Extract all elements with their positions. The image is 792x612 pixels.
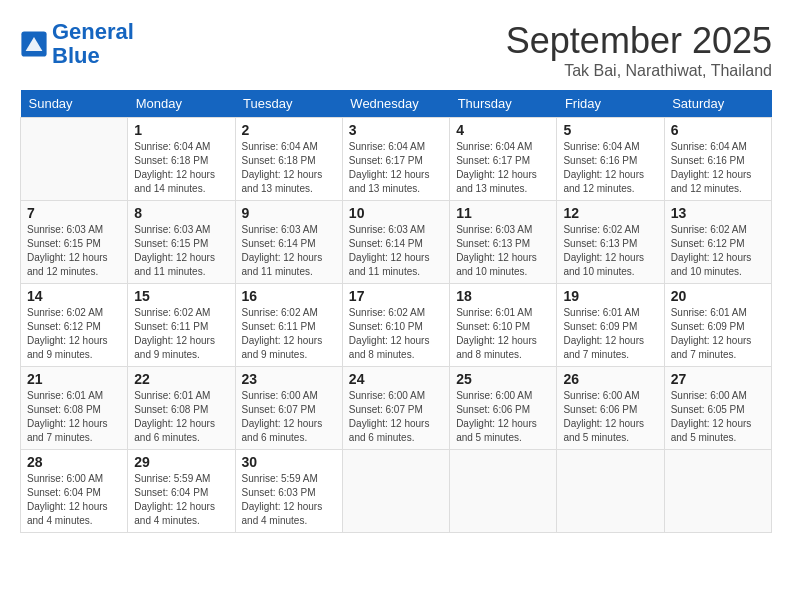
title-block: September 2025 Tak Bai, Narathiwat, Thai… bbox=[506, 20, 772, 80]
calendar-cell bbox=[450, 450, 557, 533]
header-day: Sunday bbox=[21, 90, 128, 118]
header-day: Thursday bbox=[450, 90, 557, 118]
day-number: 7 bbox=[27, 205, 121, 221]
calendar-cell: 7Sunrise: 6:03 AM Sunset: 6:15 PM Daylig… bbox=[21, 201, 128, 284]
cell-info: Sunrise: 6:01 AM Sunset: 6:08 PM Dayligh… bbox=[134, 389, 228, 445]
day-number: 20 bbox=[671, 288, 765, 304]
day-number: 21 bbox=[27, 371, 121, 387]
cell-info: Sunrise: 6:01 AM Sunset: 6:09 PM Dayligh… bbox=[671, 306, 765, 362]
calendar-week-row: 28Sunrise: 6:00 AM Sunset: 6:04 PM Dayli… bbox=[21, 450, 772, 533]
cell-info: Sunrise: 6:01 AM Sunset: 6:10 PM Dayligh… bbox=[456, 306, 550, 362]
cell-info: Sunrise: 6:03 AM Sunset: 6:14 PM Dayligh… bbox=[242, 223, 336, 279]
day-number: 10 bbox=[349, 205, 443, 221]
day-number: 14 bbox=[27, 288, 121, 304]
cell-info: Sunrise: 6:00 AM Sunset: 6:07 PM Dayligh… bbox=[349, 389, 443, 445]
month-title: September 2025 bbox=[506, 20, 772, 62]
calendar-cell: 14Sunrise: 6:02 AM Sunset: 6:12 PM Dayli… bbox=[21, 284, 128, 367]
day-number: 16 bbox=[242, 288, 336, 304]
calendar-cell: 5Sunrise: 6:04 AM Sunset: 6:16 PM Daylig… bbox=[557, 118, 664, 201]
day-number: 26 bbox=[563, 371, 657, 387]
calendar-cell: 10Sunrise: 6:03 AM Sunset: 6:14 PM Dayli… bbox=[342, 201, 449, 284]
calendar-cell: 2Sunrise: 6:04 AM Sunset: 6:18 PM Daylig… bbox=[235, 118, 342, 201]
cell-info: Sunrise: 6:04 AM Sunset: 6:18 PM Dayligh… bbox=[134, 140, 228, 196]
calendar-cell: 19Sunrise: 6:01 AM Sunset: 6:09 PM Dayli… bbox=[557, 284, 664, 367]
header-day: Monday bbox=[128, 90, 235, 118]
cell-info: Sunrise: 6:00 AM Sunset: 6:04 PM Dayligh… bbox=[27, 472, 121, 528]
calendar-cell: 26Sunrise: 6:00 AM Sunset: 6:06 PM Dayli… bbox=[557, 367, 664, 450]
cell-info: Sunrise: 6:02 AM Sunset: 6:11 PM Dayligh… bbox=[134, 306, 228, 362]
header-day: Wednesday bbox=[342, 90, 449, 118]
calendar-cell bbox=[342, 450, 449, 533]
logo-line2: Blue bbox=[52, 43, 100, 68]
calendar-cell: 25Sunrise: 6:00 AM Sunset: 6:06 PM Dayli… bbox=[450, 367, 557, 450]
page-header: General Blue September 2025 Tak Bai, Nar… bbox=[20, 20, 772, 80]
calendar-week-row: 21Sunrise: 6:01 AM Sunset: 6:08 PM Dayli… bbox=[21, 367, 772, 450]
day-number: 12 bbox=[563, 205, 657, 221]
header-day: Tuesday bbox=[235, 90, 342, 118]
calendar-week-row: 1Sunrise: 6:04 AM Sunset: 6:18 PM Daylig… bbox=[21, 118, 772, 201]
calendar-cell bbox=[557, 450, 664, 533]
calendar-cell: 12Sunrise: 6:02 AM Sunset: 6:13 PM Dayli… bbox=[557, 201, 664, 284]
cell-info: Sunrise: 6:03 AM Sunset: 6:13 PM Dayligh… bbox=[456, 223, 550, 279]
cell-info: Sunrise: 6:02 AM Sunset: 6:10 PM Dayligh… bbox=[349, 306, 443, 362]
cell-info: Sunrise: 6:02 AM Sunset: 6:11 PM Dayligh… bbox=[242, 306, 336, 362]
day-number: 25 bbox=[456, 371, 550, 387]
day-number: 9 bbox=[242, 205, 336, 221]
day-number: 30 bbox=[242, 454, 336, 470]
calendar-cell: 18Sunrise: 6:01 AM Sunset: 6:10 PM Dayli… bbox=[450, 284, 557, 367]
cell-info: Sunrise: 6:03 AM Sunset: 6:15 PM Dayligh… bbox=[27, 223, 121, 279]
day-number: 13 bbox=[671, 205, 765, 221]
day-number: 19 bbox=[563, 288, 657, 304]
calendar-body: 1Sunrise: 6:04 AM Sunset: 6:18 PM Daylig… bbox=[21, 118, 772, 533]
cell-info: Sunrise: 6:00 AM Sunset: 6:07 PM Dayligh… bbox=[242, 389, 336, 445]
cell-info: Sunrise: 6:02 AM Sunset: 6:12 PM Dayligh… bbox=[27, 306, 121, 362]
calendar-cell: 9Sunrise: 6:03 AM Sunset: 6:14 PM Daylig… bbox=[235, 201, 342, 284]
cell-info: Sunrise: 6:02 AM Sunset: 6:12 PM Dayligh… bbox=[671, 223, 765, 279]
calendar-cell: 1Sunrise: 6:04 AM Sunset: 6:18 PM Daylig… bbox=[128, 118, 235, 201]
cell-info: Sunrise: 6:04 AM Sunset: 6:16 PM Dayligh… bbox=[671, 140, 765, 196]
logo-text: General Blue bbox=[52, 20, 134, 68]
day-number: 1 bbox=[134, 122, 228, 138]
cell-info: Sunrise: 5:59 AM Sunset: 6:03 PM Dayligh… bbox=[242, 472, 336, 528]
calendar-cell: 29Sunrise: 5:59 AM Sunset: 6:04 PM Dayli… bbox=[128, 450, 235, 533]
day-number: 11 bbox=[456, 205, 550, 221]
cell-info: Sunrise: 6:01 AM Sunset: 6:08 PM Dayligh… bbox=[27, 389, 121, 445]
calendar-cell: 21Sunrise: 6:01 AM Sunset: 6:08 PM Dayli… bbox=[21, 367, 128, 450]
cell-info: Sunrise: 5:59 AM Sunset: 6:04 PM Dayligh… bbox=[134, 472, 228, 528]
logo-icon bbox=[20, 30, 48, 58]
header-row: SundayMondayTuesdayWednesdayThursdayFrid… bbox=[21, 90, 772, 118]
logo: General Blue bbox=[20, 20, 134, 68]
header-day: Saturday bbox=[664, 90, 771, 118]
day-number: 27 bbox=[671, 371, 765, 387]
cell-info: Sunrise: 6:03 AM Sunset: 6:14 PM Dayligh… bbox=[349, 223, 443, 279]
calendar-cell: 8Sunrise: 6:03 AM Sunset: 6:15 PM Daylig… bbox=[128, 201, 235, 284]
cell-info: Sunrise: 6:04 AM Sunset: 6:17 PM Dayligh… bbox=[349, 140, 443, 196]
day-number: 18 bbox=[456, 288, 550, 304]
cell-info: Sunrise: 6:02 AM Sunset: 6:13 PM Dayligh… bbox=[563, 223, 657, 279]
day-number: 8 bbox=[134, 205, 228, 221]
day-number: 29 bbox=[134, 454, 228, 470]
calendar-cell: 22Sunrise: 6:01 AM Sunset: 6:08 PM Dayli… bbox=[128, 367, 235, 450]
cell-info: Sunrise: 6:01 AM Sunset: 6:09 PM Dayligh… bbox=[563, 306, 657, 362]
calendar-cell bbox=[664, 450, 771, 533]
calendar-cell: 23Sunrise: 6:00 AM Sunset: 6:07 PM Dayli… bbox=[235, 367, 342, 450]
day-number: 28 bbox=[27, 454, 121, 470]
day-number: 24 bbox=[349, 371, 443, 387]
header-day: Friday bbox=[557, 90, 664, 118]
cell-info: Sunrise: 6:04 AM Sunset: 6:16 PM Dayligh… bbox=[563, 140, 657, 196]
calendar-cell: 20Sunrise: 6:01 AM Sunset: 6:09 PM Dayli… bbox=[664, 284, 771, 367]
cell-info: Sunrise: 6:00 AM Sunset: 6:06 PM Dayligh… bbox=[456, 389, 550, 445]
calendar-cell: 27Sunrise: 6:00 AM Sunset: 6:05 PM Dayli… bbox=[664, 367, 771, 450]
cell-info: Sunrise: 6:00 AM Sunset: 6:05 PM Dayligh… bbox=[671, 389, 765, 445]
cell-info: Sunrise: 6:04 AM Sunset: 6:17 PM Dayligh… bbox=[456, 140, 550, 196]
calendar-cell: 13Sunrise: 6:02 AM Sunset: 6:12 PM Dayli… bbox=[664, 201, 771, 284]
calendar-cell: 4Sunrise: 6:04 AM Sunset: 6:17 PM Daylig… bbox=[450, 118, 557, 201]
calendar-cell: 15Sunrise: 6:02 AM Sunset: 6:11 PM Dayli… bbox=[128, 284, 235, 367]
cell-info: Sunrise: 6:00 AM Sunset: 6:06 PM Dayligh… bbox=[563, 389, 657, 445]
calendar-week-row: 7Sunrise: 6:03 AM Sunset: 6:15 PM Daylig… bbox=[21, 201, 772, 284]
calendar-table: SundayMondayTuesdayWednesdayThursdayFrid… bbox=[20, 90, 772, 533]
calendar-cell: 6Sunrise: 6:04 AM Sunset: 6:16 PM Daylig… bbox=[664, 118, 771, 201]
logo-line1: General bbox=[52, 19, 134, 44]
calendar-cell: 16Sunrise: 6:02 AM Sunset: 6:11 PM Dayli… bbox=[235, 284, 342, 367]
day-number: 17 bbox=[349, 288, 443, 304]
